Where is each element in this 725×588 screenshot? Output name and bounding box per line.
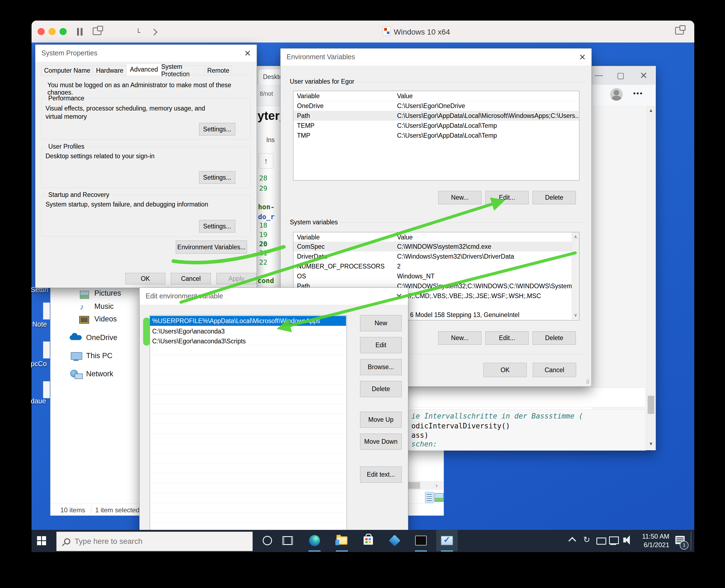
network-tray-icon[interactable] [609,537,619,544]
edge-scroll-up-icon[interactable]: ▲ [647,108,655,113]
edit-env-edit-button[interactable]: Edit [360,337,402,353]
details-view-toggle[interactable] [425,492,434,503]
mac-close-button[interactable] [38,28,45,35]
environment-variables-button[interactable]: Environment Variables... [176,240,247,254]
path-entry-selected[interactable]: %USERPROFILE%\AppData\Local\Microsoft\Wi… [150,316,346,326]
resize-grip-icon[interactable]: ⠿ [586,379,590,385]
edit-env-variable-dialog[interactable]: Edit environment variable ✕ %USERPROFILE… [139,288,408,532]
tab-hardware[interactable]: Hardware [92,66,127,75]
value-column-header[interactable]: Value [397,234,572,241]
move-down-button[interactable]: Move Down [360,434,402,450]
user-var-row-selected[interactable]: Path C:\Users\Egor\AppData\Local\Microso… [294,111,579,121]
tab-system-protection[interactable]: System Protection [161,66,206,75]
taskbar-search[interactable] [56,531,253,551]
ok-button[interactable]: OK [125,273,165,285]
vm-titlebar[interactable] [31,21,694,43]
store-taskbar-button[interactable] [358,530,378,551]
edge-scrollbar-thumb[interactable] [648,396,654,414]
notebook-menu-fragment[interactable]: Ins [266,136,275,144]
desktop-icon-label[interactable]: pcCo [31,360,47,368]
user-delete-button[interactable]: Delete [533,191,576,204]
scroll-right-icon[interactable]: › [435,482,438,489]
path-entry[interactable]: C:\Users\Egor\anaconda3 [152,327,225,336]
mac-minimize-button[interactable] [48,28,56,35]
edge-taskbar-button[interactable] [305,530,324,551]
explorer-h-scrollbar-thumb[interactable] [407,482,420,489]
sidebar-item-onedrive[interactable]: OneDrive [86,334,118,342]
edit-env-new-button[interactable]: New [360,315,402,331]
user-var-row[interactable]: TEMP C:\Users\Egor\AppData\Local\Temp [294,121,579,130]
scroll-down-icon[interactable]: ∨ [572,312,579,318]
path-entry[interactable]: C:\Users\Egor\anaconda3\Scripts [152,337,246,345]
sidebar-item-network[interactable]: Network [86,370,113,378]
edge-url-fragment[interactable]: 8/not [260,90,273,97]
env-vars-close-icon[interactable]: ✕ [577,52,588,62]
system-properties-taskbar-button[interactable]: ✓ [436,530,457,551]
user-profiles-settings-button[interactable]: Settings... [199,171,235,184]
taskbar-clock[interactable]: 11:50 AM 6/1/2021 [636,532,669,549]
cortana-button[interactable] [257,530,277,551]
notebook-cell[interactable] [409,387,646,407]
desktop-icon-label[interactable]: Note [33,320,47,328]
tab-computer-name[interactable]: Computer Name [41,66,93,75]
start-button[interactable] [31,530,51,551]
desktop-icon[interactable] [43,381,50,398]
edge-maximize-icon[interactable]: ▢ [617,70,624,80]
cancel-button[interactable]: Cancel [171,273,211,285]
parallels-app-button[interactable] [385,530,404,551]
edge-menu-icon[interactable]: ••• [633,89,643,98]
system-properties-close-icon[interactable]: ✕ [242,48,253,58]
notebook-code-cell[interactable]: ie Intervallschritte in der Bassstimme (… [409,410,646,450]
system-delete-button[interactable]: Delete [533,331,576,345]
env-vars-titlebar[interactable]: Environment Variables ✕ [280,48,592,66]
wrench-config-icon[interactable]: ⌐ [133,28,144,34]
apply-button[interactable]: Apply [216,273,256,285]
user-var-row[interactable]: TMP C:\Users\Egor\AppData\Local\Temp [294,130,579,141]
move-up-button[interactable]: Move Up [360,412,402,428]
tab-remote[interactable]: Remote [205,66,232,75]
system-var-row[interactable]: OS Windows_NT [294,271,572,281]
system-properties-dialog[interactable]: System Properties ✕ Computer Name Hardwa… [35,44,257,288]
task-view-button[interactable] [278,530,298,551]
snapshot-icon[interactable] [93,27,102,35]
user-vars-listview[interactable]: Variable Value OneDrive C:\Users\Egor\On… [293,91,579,181]
system-var-row-selected[interactable]: ComSpec C:\WINDOWS\system32\cmd.exe [294,241,572,251]
startup-settings-button[interactable]: Settings... [199,220,235,233]
taskbar[interactable]: ✓ ↻ 11:50 AM 6/1/2021 1 [31,530,694,552]
system-var-row[interactable]: NUMBER_OF_PROCESSORS 2 [294,261,572,271]
edge-minimize-icon[interactable]: — [595,70,603,80]
thumbnail-view-toggle[interactable] [434,493,444,502]
search-input[interactable] [74,537,234,546]
system-var-row[interactable]: DriverData C:\Windows\System32\Drivers\D… [294,251,572,261]
user-var-row[interactable]: OneDrive C:\Users\Egor\OneDrive [294,101,579,111]
desktop-icon[interactable] [43,341,50,358]
system-vars-scrollbar[interactable]: ∧ ∨ [572,232,579,319]
scroll-up-icon[interactable]: ∧ [572,234,579,240]
edit-text-button[interactable]: Edit text... [360,466,402,483]
user-vars-header[interactable]: Variable Value [294,91,579,101]
edit-env-close-icon[interactable]: ✕ [394,291,404,301]
value-column-header[interactable]: Value [397,92,579,100]
tray-expand-icon[interactable] [569,537,576,545]
power-tray-icon[interactable] [596,538,606,545]
performance-settings-button[interactable]: Settings... [199,123,235,135]
path-entries-listbox[interactable]: %USERPROFILE%\AppData\Local\Microsoft\Wi… [150,315,347,532]
explorer-taskbar-button[interactable] [332,530,352,551]
user-new-button[interactable]: New... [438,191,482,204]
system-properties-titlebar[interactable]: System Properties ✕ [35,45,257,62]
edit-env-browse-button[interactable]: Browse... [360,359,402,375]
notebook-toolbar-up-button[interactable]: ↑ [259,153,273,169]
coherence-view-icon[interactable] [675,27,684,35]
mac-zoom-button[interactable] [60,28,67,35]
desktop-icon-label[interactable]: daue [31,397,46,405]
env-cancel-button[interactable]: Cancel [533,363,576,377]
system-vars-header[interactable]: Variable Value [294,232,572,243]
terminal-taskbar-button[interactable] [411,530,431,551]
user-edit-button[interactable]: Edit... [485,191,529,204]
sidebar-item-this-pc[interactable]: This PC [86,352,112,360]
edit-env-titlebar[interactable]: Edit environment variable ✕ [140,288,408,305]
system-new-button[interactable]: New... [438,331,482,345]
edge-scroll-down-icon[interactable]: ▼ [647,441,655,447]
variable-column-header[interactable]: Variable [294,92,397,100]
env-ok-button[interactable]: OK [484,363,527,377]
